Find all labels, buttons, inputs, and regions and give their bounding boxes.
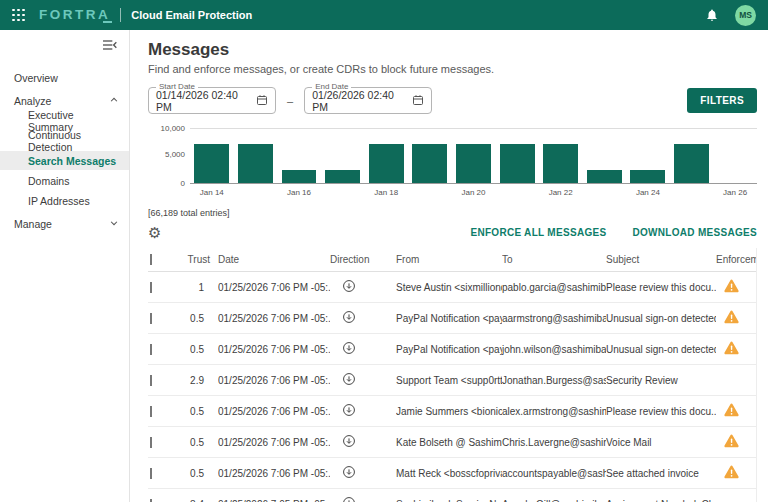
end-date-value[interactable]: 01/26/2026 02:40 PM <box>312 89 412 113</box>
chart-bar-jan-23 <box>587 170 622 183</box>
calendar-icon[interactable] <box>412 92 424 110</box>
to-cell: Chris.Lavergne@sashimi... <box>502 437 606 448</box>
y-tick: 5,000 <box>165 150 185 159</box>
from-cell: PayPal Notification <pay... <box>396 344 502 355</box>
chevron-up-icon <box>109 95 119 107</box>
table-row[interactable]: 101/25/2026 7:06 PM -05:...Steve Austin … <box>148 272 756 303</box>
row-checkbox[interactable] <box>150 313 152 324</box>
sidebar-item-executive-summary[interactable]: Executive Summary <box>0 111 129 130</box>
enforcement-cell <box>716 310 756 326</box>
sidebar-item-overview[interactable]: Overview <box>0 68 129 87</box>
trust-cell: 0.5 <box>178 468 218 479</box>
enforcement-warning-icon[interactable] <box>724 465 739 481</box>
sidebar-item-label: Overview <box>14 72 58 84</box>
row-checkbox[interactable] <box>150 406 152 417</box>
trust-cell: 8.4 <box>178 499 218 502</box>
filters-button[interactable]: FILTERS <box>687 88 757 113</box>
row-checkbox[interactable] <box>150 499 152 502</box>
table-row[interactable]: 0.501/25/2026 7:06 PM -05:...PayPal Noti… <box>148 334 756 365</box>
chart-bar-jan-20 <box>456 144 491 183</box>
row-checkbox[interactable] <box>150 468 152 479</box>
calendar-icon[interactable] <box>256 92 268 110</box>
x-tick-label <box>234 188 278 197</box>
subject-cell: Unusual sign-on detected <box>606 313 716 324</box>
y-tick: 0 <box>181 179 185 188</box>
column-header-to[interactable]: To <box>502 254 606 265</box>
table-row[interactable]: 0.501/25/2026 7:06 PM -05:...Kate Bolset… <box>148 427 756 458</box>
row-select-cell <box>148 282 178 293</box>
column-header-date[interactable]: Date <box>218 254 330 265</box>
collapse-sidebar-icon[interactable] <box>101 38 117 56</box>
enforcement-cell <box>716 341 756 357</box>
column-header-trust[interactable]: Trust <box>178 254 218 265</box>
user-avatar[interactable]: MS <box>735 5 756 26</box>
sidebar-item-ip-addresses[interactable]: IP Addresses <box>0 191 129 210</box>
end-date-label: End Date <box>312 82 351 91</box>
from-cell: PayPal Notification <pay... <box>396 313 502 324</box>
to-cell: aarmstrong@sashimiban... <box>502 313 606 324</box>
row-checkbox[interactable] <box>150 344 152 355</box>
subject-cell: Please review this docu... <box>606 282 716 293</box>
from-cell: Kate Bolseth @ Sashimib... <box>396 437 502 448</box>
start-date-field[interactable]: Start Date 01/14/2026 02:40 PM <box>148 87 276 114</box>
chart-bar-slot <box>321 129 365 183</box>
page-title: Messages <box>148 40 757 60</box>
enforcement-warning-icon[interactable] <box>724 341 739 357</box>
column-header-subject[interactable]: Subject <box>606 254 716 265</box>
sidebar-item-analyze[interactable]: Analyze <box>0 91 129 110</box>
table-row[interactable]: 0.501/25/2026 7:06 PM -05:...Matt Reck <… <box>148 458 756 489</box>
from-cell: Steve Austin <sixmilliond... <box>396 282 502 293</box>
row-checkbox[interactable] <box>150 282 152 293</box>
row-checkbox[interactable] <box>150 437 152 448</box>
chart-bar-jan-19 <box>412 144 447 183</box>
end-date-field[interactable]: End Date 01/26/2026 02:40 PM <box>304 87 432 114</box>
download-messages-button[interactable]: DOWNLOAD MESSAGES <box>632 227 757 238</box>
enforcement-warning-icon[interactable] <box>724 310 739 326</box>
settings-gear-icon[interactable]: ⚙ <box>148 225 161 240</box>
table-row[interactable]: 2.901/25/2026 7:06 PM -05:...Support Tea… <box>148 365 756 396</box>
x-tick-label: Jan 20 <box>452 188 496 197</box>
total-entries: [66,189 total entries] <box>148 208 757 218</box>
page-subtitle: Find and enforce messages, or create CDR… <box>148 63 757 75</box>
table-row[interactable]: 0.501/25/2026 7:06 PM -05:...PayPal Noti… <box>148 303 756 334</box>
enforce-all-messages-button[interactable]: ENFORCE ALL MESSAGES <box>470 227 606 238</box>
direction-inbound-icon <box>342 403 356 419</box>
chart-bar-jan-15 <box>238 144 273 183</box>
direction-inbound-icon <box>342 434 356 450</box>
sidebar-item-search-messages[interactable]: Search Messages <box>0 151 129 170</box>
table-toolbar: ⚙ ENFORCE ALL MESSAGES DOWNLOAD MESSAGES <box>148 222 757 242</box>
column-header-direction[interactable]: Direction <box>330 254 396 265</box>
chart-bar-slot <box>539 129 583 183</box>
product-title: Cloud Email Protection <box>131 9 252 21</box>
date-cell: 01/25/2026 7:06 PM -05:... <box>218 406 330 417</box>
direction-inbound-icon <box>342 279 356 295</box>
enforcement-warning-icon[interactable] <box>724 279 739 295</box>
subject-cell: Security Review <box>606 375 716 386</box>
trust-cell: 0.5 <box>178 313 218 324</box>
table-row[interactable]: 8.401/25/2026 7:05 PM -05:...Sashimibank… <box>148 489 756 502</box>
enforcement-cell <box>716 434 756 450</box>
from-cell: Matt Reck <bosscfopriva... <box>396 468 502 479</box>
chart-bar-jan-17 <box>325 170 360 183</box>
sidebar-item-continuous-detection[interactable]: Continuous Detection <box>0 131 129 150</box>
column-header-enforcement[interactable]: Enforcement <box>716 254 756 265</box>
row-checkbox[interactable] <box>150 375 152 386</box>
table-row[interactable]: 0.501/25/2026 7:06 PM -05:...Jamie Summe… <box>148 396 756 427</box>
sidebar-item-domains[interactable]: Domains <box>0 171 129 190</box>
app-launcher-icon[interactable] <box>12 9 25 22</box>
sidebar-item-manage[interactable]: Manage <box>0 214 129 233</box>
select-all-checkbox[interactable] <box>150 254 152 265</box>
enforcement-warning-icon[interactable] <box>724 403 739 419</box>
chart-bar-jan-25 <box>674 144 709 183</box>
notifications-bell-icon[interactable] <box>705 8 719 22</box>
chart-bar-slot <box>670 129 714 183</box>
start-date-value[interactable]: 01/14/2026 02:40 PM <box>156 89 256 113</box>
chart-plot-area <box>190 128 757 184</box>
column-header-from[interactable]: From <box>396 254 502 265</box>
enforcement-warning-icon[interactable] <box>724 434 739 450</box>
sidebar: OverviewAnalyzeExecutive SummaryContinuo… <box>0 30 130 502</box>
chart-bar-slot <box>582 129 626 183</box>
row-select-cell <box>148 468 178 479</box>
date-range-row: Start Date 01/14/2026 02:40 PM – End Dat… <box>148 87 757 114</box>
sidebar-item-label: Manage <box>14 218 52 230</box>
